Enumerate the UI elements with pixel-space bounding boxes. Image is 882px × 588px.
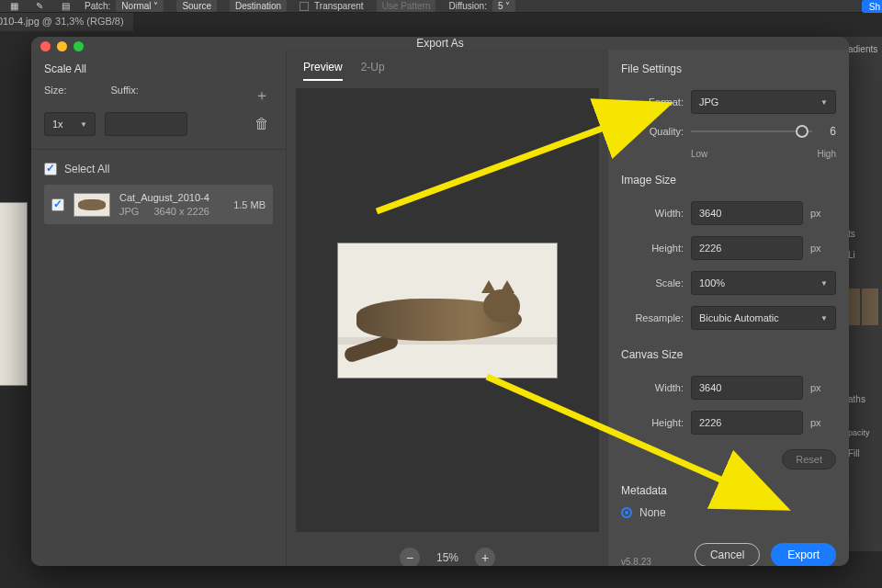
version-label: v5.8.23 xyxy=(621,557,651,566)
panel-paths[interactable]: aths xyxy=(846,392,878,406)
scale-value: 1x xyxy=(52,119,63,130)
quality-low-label: Low xyxy=(691,149,707,159)
layers-icon[interactable]: ▦ xyxy=(7,0,20,13)
document-canvas xyxy=(0,202,28,386)
canvas-width-input[interactable] xyxy=(691,376,803,400)
chevron-down-icon: ▼ xyxy=(820,314,828,322)
zoom-out-button[interactable]: − xyxy=(400,548,420,566)
height-label: Height: xyxy=(621,243,684,254)
metadata-heading: Metadata xyxy=(621,484,836,497)
minimize-icon[interactable] xyxy=(57,41,67,51)
delete-size-button[interactable]: 🗑 xyxy=(251,113,273,135)
main-toolbar: ▦ ✎ ▤ Patch: Normal ˅ Source Destination… xyxy=(0,0,882,13)
panel-adjustments[interactable]: ts xyxy=(846,227,878,241)
close-icon[interactable] xyxy=(40,41,51,51)
image-height-input[interactable] xyxy=(691,236,803,260)
assets-panel: Scale All Size: Suffix: ＋ 1x ▼ 🗑 xyxy=(31,50,287,566)
preview-panel: Preview 2-Up − 15% + xyxy=(287,50,608,566)
panel-fill[interactable]: Fill xyxy=(846,447,878,460)
destination-button[interactable]: Destination xyxy=(230,0,287,12)
scale-all-heading: Scale All xyxy=(44,62,273,75)
export-button[interactable]: Export xyxy=(771,543,836,566)
asset-filesize: 1.5 MB xyxy=(233,199,266,210)
canvas-size-heading: Canvas Size xyxy=(621,348,836,361)
asset-dimensions: 3640 x 2226 xyxy=(153,206,209,217)
asset-filename: Cat_August_2010-4 xyxy=(119,192,224,203)
unit-label: px xyxy=(810,382,827,393)
size-label: Size: xyxy=(44,85,66,107)
zoom-in-button[interactable]: + xyxy=(475,548,495,566)
transparent-checkbox-icon xyxy=(300,2,309,11)
format-dropdown[interactable]: JPG ▼ xyxy=(691,90,836,114)
metadata-none-label: None xyxy=(639,506,666,519)
image-width-input[interactable] xyxy=(691,201,803,225)
tab-2up[interactable]: 2-Up xyxy=(361,61,385,81)
canvas-width-label: Width: xyxy=(621,382,684,393)
preview-canvas[interactable] xyxy=(296,88,599,532)
select-all-row[interactable]: Select All xyxy=(44,163,273,175)
patch-group: Patch: Normal ˅ xyxy=(85,0,164,12)
panel-libraries[interactable]: Li xyxy=(846,248,878,262)
select-all-checkbox[interactable] xyxy=(44,163,57,175)
quality-slider[interactable] xyxy=(691,130,812,132)
chevron-down-icon: ▼ xyxy=(80,120,87,129)
tab-preview[interactable]: Preview xyxy=(303,61,343,81)
diffusion-group: Diffusion: 5 ˅ xyxy=(448,0,515,12)
unit-label: px xyxy=(810,208,827,219)
patch-dropdown[interactable]: Normal ˅ xyxy=(116,0,164,12)
reset-button[interactable]: Reset xyxy=(782,449,836,469)
dialog-title: Export As xyxy=(416,37,463,50)
add-size-button[interactable]: ＋ xyxy=(251,85,273,107)
export-as-dialog: Export As Scale All Size: Suffix: ＋ 1x ▼… xyxy=(31,37,849,566)
settings-panel: File Settings Format: JPG ▼ Quality: 6 xyxy=(608,50,849,566)
slider-thumb-icon[interactable] xyxy=(796,125,808,138)
canvas-height-label: Height: xyxy=(621,417,684,428)
canvas-height-input[interactable] xyxy=(691,411,803,435)
patch-label: Patch: xyxy=(85,1,110,11)
suffix-input[interactable] xyxy=(105,112,187,136)
panel-gradients[interactable]: adients xyxy=(846,42,878,56)
zoom-level: 15% xyxy=(436,551,458,564)
diffusion-value[interactable]: 5 ˅ xyxy=(492,0,515,12)
file-settings-heading: File Settings xyxy=(621,62,836,75)
select-all-label: Select All xyxy=(64,163,109,175)
suffix-label: Suffix: xyxy=(110,85,138,107)
share-button[interactable]: Sh xyxy=(862,0,882,13)
unit-label: px xyxy=(810,243,827,254)
resample-label: Resample: xyxy=(621,312,684,323)
asset-row[interactable]: Cat_August_2010-4 JPG 3640 x 2226 1.5 MB xyxy=(44,185,273,224)
swatch-thumb[interactable] xyxy=(862,288,878,325)
cancel-button[interactable]: Cancel xyxy=(695,543,760,566)
zoom-controls: − 15% + xyxy=(287,539,608,566)
resample-dropdown[interactable]: Bicubic Automatic▼ xyxy=(691,306,836,330)
quality-label: Quality: xyxy=(621,126,684,137)
preview-image xyxy=(337,243,558,379)
divider xyxy=(31,149,286,150)
metadata-none-radio[interactable] xyxy=(621,507,632,518)
asset-thumbnail xyxy=(74,193,110,217)
align-icon[interactable]: ▤ xyxy=(59,0,72,13)
image-size-heading: Image Size xyxy=(621,174,836,187)
transparent-toggle[interactable]: Transparent xyxy=(300,1,364,11)
window-controls xyxy=(40,41,84,51)
diffusion-label: Diffusion: xyxy=(448,1,487,11)
scale-dropdown[interactable]: 1x ▼ xyxy=(44,112,96,136)
quality-value: 6 xyxy=(820,125,836,138)
scale-label: Scale: xyxy=(621,277,684,288)
dialog-titlebar: Export As xyxy=(31,37,849,50)
maximize-icon[interactable] xyxy=(74,41,84,51)
source-button[interactable]: Source xyxy=(176,0,217,12)
chevron-down-icon: ▼ xyxy=(820,98,828,107)
width-label: Width: xyxy=(621,208,684,219)
panel-opacity[interactable]: pacity xyxy=(846,426,878,439)
format-label: Format: xyxy=(621,96,684,107)
scale-dropdown[interactable]: 100%▼ xyxy=(691,271,836,295)
asset-checkbox[interactable] xyxy=(51,198,64,211)
unit-label: px xyxy=(810,417,827,428)
use-pattern-button: Use Pattern xyxy=(377,0,436,12)
chevron-down-icon: ▼ xyxy=(820,279,828,288)
asset-format: JPG xyxy=(119,206,139,217)
document-tab[interactable]: ust_2010-4.jpg @ 31,3% (RGB/8) xyxy=(0,13,133,31)
brush-icon[interactable]: ✎ xyxy=(33,0,46,13)
app-background: ▦ ✎ ▤ Patch: Normal ˅ Source Destination… xyxy=(0,0,882,588)
